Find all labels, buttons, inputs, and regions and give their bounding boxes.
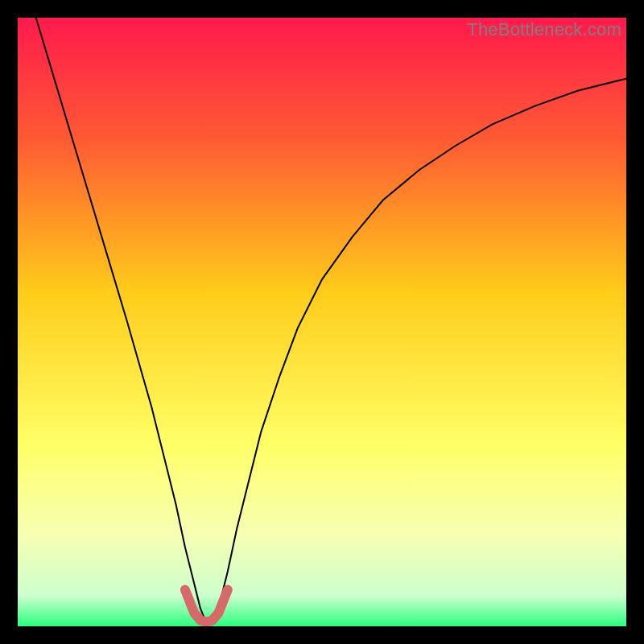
gradient-background — [18, 18, 626, 626]
chart-frame: TheBottleneck.com — [18, 18, 626, 626]
watermark-text: TheBottleneck.com — [467, 19, 621, 40]
bottleneck-chart — [18, 18, 626, 626]
